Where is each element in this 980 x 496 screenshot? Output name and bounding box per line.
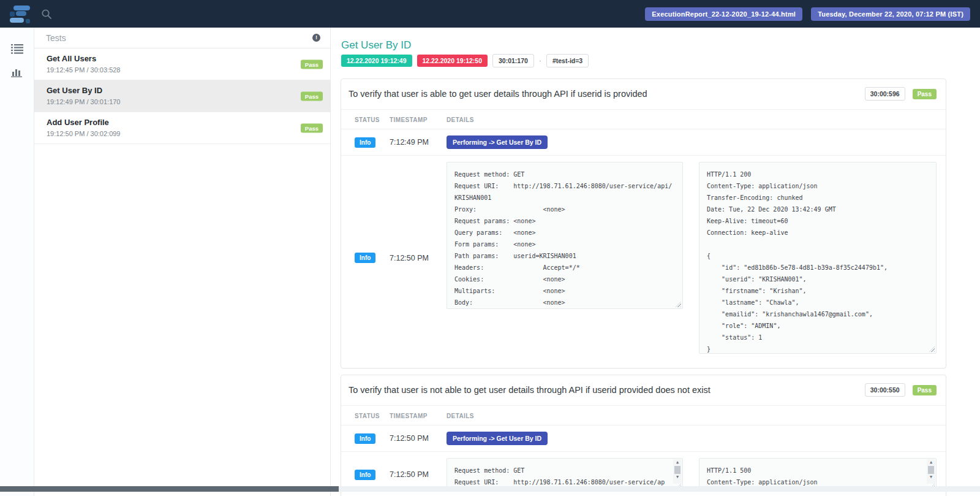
step-duration-badge: 30:00:596 (865, 87, 905, 101)
test-time: 19:12:49 PM / 30:01:170 (47, 98, 323, 105)
col-status: STATUS (355, 413, 390, 419)
col-status: STATUS (355, 116, 390, 123)
resize-handle-icon[interactable] (676, 302, 681, 307)
log-row: Info 7:12:49 PM Performing -> Get User B… (341, 129, 946, 155)
response-text: HTTP/1.1 200 Content-Type: application/j… (707, 171, 888, 353)
end-time-badge: 12.22.2020 19:12:50 (417, 55, 488, 67)
sidebar-item-get-user-by-id[interactable]: Get User By ID 19:12:49 PM / 30:01:170 P… (34, 80, 330, 112)
report-datetime-badge: Tuesday, December 22, 2020, 07:12 PM (IS… (811, 7, 970, 21)
search-icon[interactable] (41, 9, 52, 20)
response-text: HTTP/1.1 500 Content-Type: application/j… (707, 467, 818, 486)
sidebar-item-get-all-users[interactable]: Get All Users 19:12:45 PM / 30:03:528 Pa… (34, 48, 330, 80)
test-step-card-1: To verify that user is able to get user … (341, 78, 946, 368)
step-duration-badge: 30:00:550 (865, 383, 905, 397)
log-level-badge: Info (355, 433, 375, 444)
sidebar-title: Tests (46, 33, 66, 43)
col-details: DETAILS (447, 116, 937, 123)
status-badge: Pass (301, 123, 323, 132)
status-filter-icon[interactable]: ! (312, 34, 320, 42)
test-id-badge: #test-id=3 (546, 54, 589, 67)
duration-badge: 30:01:170 (492, 54, 534, 67)
log-row: Info 7:12:50 PM Performing -> Get User B… (341, 425, 946, 451)
horizontal-scrollbar[interactable] (0, 486, 980, 492)
status-badge: Pass (301, 91, 323, 101)
log-timestamp: 7:12:50 PM (390, 434, 447, 443)
log-table-header: STATUS TIMESTAMP DETAILS (341, 405, 946, 425)
start-time-badge: 12.22.2020 19:12:49 (341, 55, 412, 67)
step-status-badge: Pass (913, 89, 937, 99)
tests-list-icon[interactable] (11, 44, 23, 55)
log-timestamp: 7:12:49 PM (390, 138, 447, 147)
sidebar-header: Tests ! (34, 28, 330, 48)
extent-reports-logo (9, 3, 32, 25)
vertical-scrollbar[interactable]: ▲▼ (673, 459, 682, 484)
test-time: 19:12:50 PM / 30:02:099 (47, 130, 323, 137)
log-level-badge: Info (355, 253, 375, 263)
col-timestamp: TIMESTAMP (390, 116, 447, 123)
log-timestamp: 7:12:50 PM (390, 254, 447, 262)
log-timestamp: 7:12:50 PM (390, 470, 447, 479)
page-title: Get User By ID (341, 39, 411, 52)
test-name: Add User Profile (47, 118, 323, 127)
request-text: Request method: GET Request URI: http://… (454, 171, 672, 306)
step-title: To verify that user is able to get user … (349, 89, 647, 99)
test-time: 19:12:45 PM / 30:03:528 (47, 66, 323, 74)
performing-badge: Performing -> Get User By ID (447, 432, 548, 445)
log-level-badge: Info (355, 470, 375, 480)
performing-badge: Performing -> Get User By ID (447, 135, 548, 149)
resize-handle-icon[interactable] (929, 346, 935, 352)
status-badge: Pass (301, 59, 323, 69)
step-status-badge: Pass (913, 385, 937, 395)
top-bar: ExecutionReport_22-12-2020_19-12-44.html… (0, 0, 980, 28)
col-timestamp: TIMESTAMP (390, 413, 447, 419)
horizontal-scrollbar-thumb[interactable] (0, 486, 339, 492)
separator-dot: · (539, 56, 541, 65)
dashboard-chart-icon[interactable] (11, 67, 23, 78)
vertical-scrollbar[interactable]: ▲▼ (927, 459, 935, 484)
tests-sidebar: Tests ! Get All Users 19:12:45 PM / 30:0… (34, 28, 331, 496)
test-name: Get All Users (47, 54, 323, 63)
log-table-header: STATUS TIMESTAMP DETAILS (341, 109, 946, 129)
step-title: To verify that user is not able to get u… (349, 385, 710, 395)
test-meta-badges: 12.22.2020 19:12:49 12.22.2020 19:12:50 … (341, 54, 589, 67)
log-row: Info 7:12:50 PM Request method: GET Requ… (341, 155, 946, 360)
log-level-badge: Info (355, 137, 375, 148)
report-name-badge: ExecutionReport_22-12-2020_19-12-44.html (645, 7, 802, 21)
col-details: DETAILS (447, 413, 937, 419)
test-detail-panel: Get User By ID 12.22.2020 19:12:49 12.22… (331, 28, 980, 496)
test-name: Get User By ID (47, 86, 323, 95)
test-step-card-2: To verify that user is not able to get u… (341, 375, 946, 496)
sidebar-item-add-user-profile[interactable]: Add User Profile 19:12:50 PM / 30:02:099… (34, 112, 330, 144)
request-details-textarea[interactable]: Request method: GET Request URI: http://… (447, 162, 683, 309)
nav-rail (0, 28, 34, 496)
response-details-textarea[interactable]: HTTP/1.1 200 Content-Type: application/j… (699, 162, 937, 354)
